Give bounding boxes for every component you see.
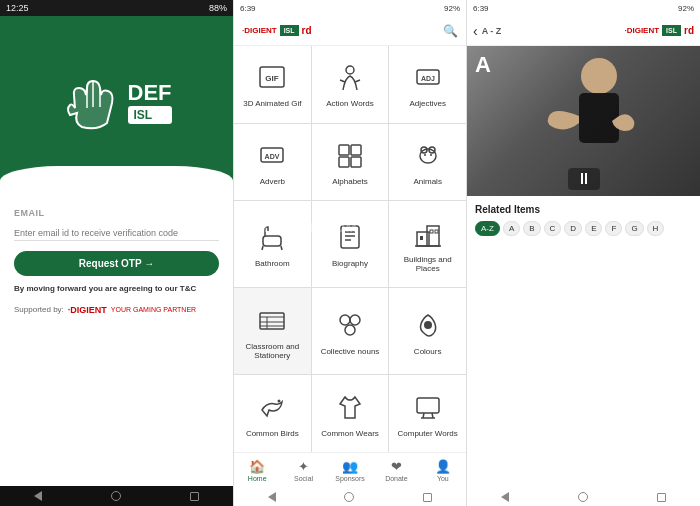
- digient-2: ·DIGIENT: [242, 26, 277, 35]
- status-bar-3: 6:39 92%: [467, 0, 700, 16]
- rd-3: rd: [684, 25, 694, 36]
- classroom-icon: [254, 302, 290, 338]
- az-chip-h[interactable]: H: [647, 221, 665, 236]
- svg-point-40: [424, 321, 432, 329]
- biography-icon: [332, 219, 368, 255]
- svg-rect-32: [260, 313, 284, 329]
- birds-icon: [254, 389, 290, 425]
- svg-point-41: [278, 399, 281, 402]
- recents-button-sys-1[interactable]: [190, 492, 199, 501]
- svg-rect-13: [351, 157, 361, 167]
- category-label: Bathroom: [255, 259, 290, 269]
- category-biography[interactable]: Biography: [312, 201, 389, 287]
- category-computer-words[interactable]: Computer Words: [389, 375, 466, 452]
- time-2: 6:39: [240, 4, 256, 13]
- category-label: Action Words: [326, 99, 373, 109]
- back-sys-3[interactable]: [501, 492, 509, 502]
- category-buildings[interactable]: Buildings and Places: [389, 201, 466, 287]
- app-header-3: ‹ A - Z ·DIGIENT ISL rd: [467, 16, 700, 46]
- alphabets-icon: [332, 137, 368, 173]
- back-button-sys-1[interactable]: [34, 491, 42, 501]
- category-adverb[interactable]: ADV Adverb: [234, 124, 311, 201]
- svg-point-14: [420, 149, 436, 163]
- sponsors-icon: 👥: [342, 459, 358, 474]
- logo-area: DEF ISL: [62, 73, 172, 133]
- category-bathroom[interactable]: Bathroom: [234, 201, 311, 287]
- az-chip-c[interactable]: C: [544, 221, 562, 236]
- az-chip-a[interactable]: A: [503, 221, 520, 236]
- category-label: Common Wears: [321, 429, 379, 439]
- category-animals[interactable]: Animals: [389, 124, 466, 201]
- nav-sponsors[interactable]: 👥 Sponsors: [327, 453, 373, 488]
- pause-button[interactable]: ⏸: [568, 168, 600, 190]
- category-3d-gif[interactable]: GIF 3D Animated Gif: [234, 46, 311, 123]
- home-sys-2[interactable]: [344, 492, 354, 502]
- rd-2: rd: [302, 25, 312, 36]
- category-alphabets[interactable]: Alphabets: [312, 124, 389, 201]
- az-chip-e[interactable]: E: [585, 221, 602, 236]
- svg-point-37: [340, 315, 350, 325]
- home-button-sys-1[interactable]: [111, 491, 121, 501]
- recents-sys-2[interactable]: [423, 493, 432, 502]
- isl-2: ISL: [280, 25, 299, 36]
- isl-badge: ISL: [128, 106, 172, 124]
- svg-rect-10: [339, 145, 349, 155]
- category-grid: GIF 3D Animated Gif Action Words ADJ Adj…: [234, 46, 466, 452]
- back-sys-2[interactable]: [268, 492, 276, 502]
- battery-2: 92%: [444, 4, 460, 13]
- category-label: Classroom and Stationery: [238, 342, 307, 361]
- category-label: Animals: [413, 177, 441, 187]
- back-button[interactable]: ‹: [473, 23, 478, 39]
- digient-logo: ·DIGIENT: [68, 305, 107, 315]
- search-icon[interactable]: 🔍: [443, 24, 458, 38]
- wave-divider: [0, 166, 233, 196]
- category-common-wears[interactable]: Common Wears: [312, 375, 389, 452]
- category-label: Collective nouns: [321, 347, 380, 357]
- category-label: Adjectives: [409, 99, 445, 109]
- az-chip-g[interactable]: G: [625, 221, 643, 236]
- system-nav-bar-2: [234, 488, 466, 506]
- nav-social-label: Social: [294, 475, 313, 482]
- donate-icon: ❤: [391, 459, 402, 474]
- svg-line-21: [281, 246, 282, 250]
- bathroom-icon: [254, 219, 290, 255]
- wears-icon: [332, 389, 368, 425]
- nav-you-label: You: [437, 475, 449, 482]
- action-icon: [332, 59, 368, 95]
- svg-line-20: [262, 246, 263, 250]
- system-nav-bar-1: [0, 486, 233, 506]
- otp-button[interactable]: Request OTP →: [14, 251, 219, 276]
- category-action-words[interactable]: Action Words: [312, 46, 389, 123]
- category-classroom[interactable]: Classroom and Stationery: [234, 288, 311, 374]
- az-chip-d[interactable]: D: [564, 221, 582, 236]
- category-label: Buildings and Places: [393, 255, 462, 274]
- login-screen: 12:25 88% DEF ISL: [0, 0, 233, 506]
- login-header: DEF ISL: [0, 16, 233, 196]
- video-player: A ⏸: [467, 46, 700, 196]
- category-colours[interactable]: Colours: [389, 288, 466, 374]
- az-chip-f[interactable]: F: [605, 221, 622, 236]
- category-adjectives[interactable]: ADJ Adjectives: [389, 46, 466, 123]
- az-chip-b[interactable]: B: [523, 221, 540, 236]
- time-3: 6:39: [473, 4, 489, 13]
- svg-text:ADV: ADV: [265, 153, 280, 160]
- nav-social[interactable]: ✦ Social: [280, 453, 326, 488]
- category-collective-nouns[interactable]: Collective nouns: [312, 288, 389, 374]
- email-input[interactable]: [14, 226, 219, 241]
- adj-icon: ADJ: [410, 59, 446, 95]
- digient-3: ·DIGIENT: [624, 26, 659, 35]
- nav-home[interactable]: 🏠 Home: [234, 453, 280, 488]
- svg-point-17: [424, 154, 426, 156]
- related-section: Related Items A-Z A B C D E F G H: [467, 196, 700, 244]
- def-text: DEF ISL: [128, 82, 172, 124]
- category-label: Common Birds: [246, 429, 299, 439]
- recents-sys-3[interactable]: [657, 493, 666, 502]
- svg-text:ADJ: ADJ: [421, 75, 435, 82]
- category-label: Adverb: [260, 177, 285, 187]
- nav-you[interactable]: 👤 You: [420, 453, 466, 488]
- home-sys-3[interactable]: [578, 492, 588, 502]
- login-form: EMAIL Request OTP → By moving forward yo…: [0, 196, 233, 327]
- nav-donate[interactable]: ❤ Donate: [373, 453, 419, 488]
- az-chip-az[interactable]: A-Z: [475, 221, 500, 236]
- category-common-birds[interactable]: Common Birds: [234, 375, 311, 452]
